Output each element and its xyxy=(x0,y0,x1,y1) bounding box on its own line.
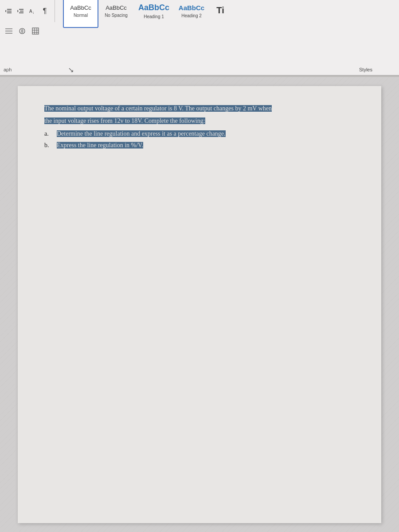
styles-section-label: Styles xyxy=(359,67,372,72)
style-heading2-preview: AaBbCc xyxy=(179,4,204,12)
list-icon[interactable] xyxy=(4,26,14,36)
highlight-icon[interactable] xyxy=(17,26,27,36)
style-heading1-preview: AaBbCc xyxy=(138,3,169,12)
svg-rect-12 xyxy=(32,28,39,34)
style-heading1-label: Heading 1 xyxy=(144,14,164,19)
svg-text:↓: ↓ xyxy=(32,11,34,15)
list-item-a: a. Determine the line regulation and exp… xyxy=(44,129,355,139)
paragraph-section-label: aph xyxy=(4,65,12,73)
selected-text-1: The nominal output voltage of a certain … xyxy=(44,105,272,112)
list-item-b: b. Express the line regulation in %/V. xyxy=(44,141,355,150)
list-content-a: Determine the line regulation and expres… xyxy=(57,129,355,139)
paragraph-mark-icon[interactable]: ¶ xyxy=(39,6,50,16)
selected-text-3: Determine the line regulation and expres… xyxy=(57,130,226,137)
style-title-preview: Ti xyxy=(216,5,224,16)
content-area: The nominal output voltage of a certain … xyxy=(0,77,399,532)
style-normal-preview: AaBbCc xyxy=(70,4,91,11)
table-icon[interactable] xyxy=(30,26,41,36)
style-no-spacing-label: No Spacing xyxy=(105,13,128,18)
paragraph-line1: The nominal output voltage of a certain … xyxy=(44,104,355,113)
toolbar-row1: A ↓ ¶ AaBbCc Normal AaBbCc No Spacing xyxy=(0,0,399,22)
document-text: The nominal output voltage of a certain … xyxy=(44,104,355,151)
indent-icon-group: A ↓ ¶ xyxy=(4,6,50,16)
selected-text-2: the input voltage rises from 12v to 18V.… xyxy=(44,117,205,124)
style-no-spacing-preview: AaBbCc xyxy=(106,4,127,11)
svg-text:A: A xyxy=(29,9,32,14)
list-label-a: a. xyxy=(44,129,57,139)
toolbar-separator1 xyxy=(55,0,55,22)
sort-icon[interactable]: A ↓ xyxy=(27,6,38,16)
indent-increase-icon[interactable] xyxy=(16,6,26,16)
style-heading2-label: Heading 2 xyxy=(181,13,202,18)
toolbar-row2 xyxy=(0,22,399,40)
paragraph-line2: the input voltage rises from 12v to 18V.… xyxy=(44,116,355,126)
selected-text-4: Express the line regulation in %/V. xyxy=(57,142,143,149)
style-normal-label: Normal xyxy=(74,13,88,18)
toolbar: A ↓ ¶ AaBbCc Normal AaBbCc No Spacing xyxy=(0,0,399,75)
paragraph-expand-icon[interactable] xyxy=(69,68,73,73)
list-label-b: b. xyxy=(44,141,57,150)
indent-decrease-icon[interactable] xyxy=(4,6,14,16)
document-page[interactable]: The nominal output voltage of a certain … xyxy=(18,86,381,523)
list-content-b: Express the line regulation in %/V. xyxy=(57,141,355,150)
